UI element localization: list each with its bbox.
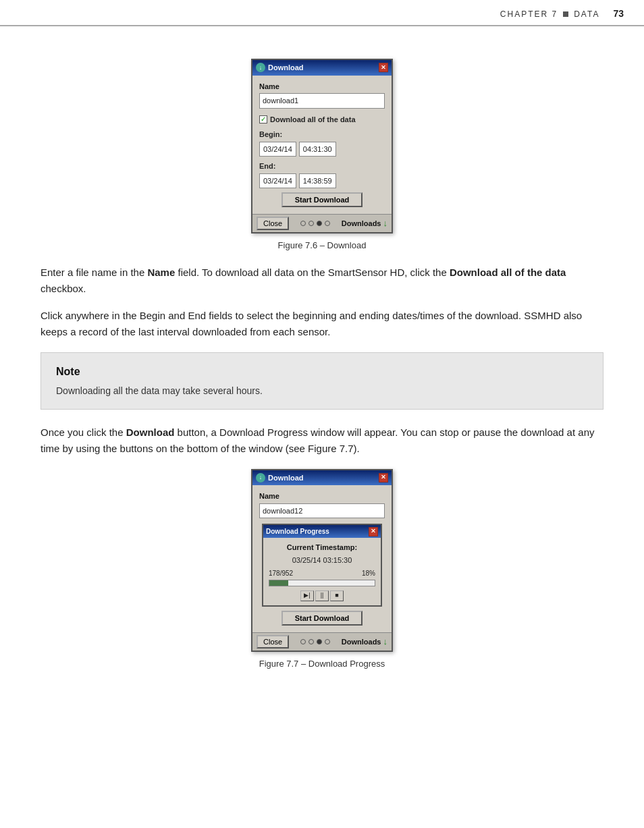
progress-inner-titlebar: Download Progress ✕ bbox=[263, 525, 381, 538]
name77-label: Name bbox=[259, 491, 385, 502]
download77-icon: ↓ bbox=[383, 635, 387, 648]
dot77-3 bbox=[317, 639, 322, 644]
title-icon: ↓ bbox=[256, 63, 265, 72]
dot3 bbox=[317, 221, 322, 226]
progress-bar-outer bbox=[269, 580, 375, 586]
dialog77-title: Download bbox=[268, 472, 304, 484]
dot77-1 bbox=[300, 639, 306, 644]
page-number: 73 bbox=[613, 7, 624, 21]
dialog76-titlebar: ↓ Download ✕ bbox=[252, 60, 392, 76]
figure76-caption: Figure 7.6 – Download bbox=[41, 239, 603, 252]
checkbox-label: Download all of the data bbox=[270, 114, 356, 126]
end-datetime-row: 03/24/14 14:38:59 bbox=[259, 173, 385, 189]
dialog76-close-x[interactable]: ✕ bbox=[379, 63, 388, 72]
dialog76-footer: Close Downloads ↓ bbox=[252, 214, 392, 232]
para3-bold: Download bbox=[126, 426, 175, 438]
progress-close-x[interactable]: ✕ bbox=[369, 527, 378, 536]
note-title: Note bbox=[56, 364, 588, 380]
dot2 bbox=[308, 221, 314, 226]
downloads-label: Downloads bbox=[342, 218, 381, 229]
begin-label: Begin: bbox=[259, 129, 385, 140]
note-text: Downloading all the data may take severa… bbox=[56, 384, 588, 398]
footer77-close-btn[interactable]: Close bbox=[257, 635, 289, 648]
stop-btn[interactable]: ■ bbox=[330, 590, 344, 601]
footer-downloads[interactable]: Downloads ↓ bbox=[342, 217, 387, 230]
footer-dots bbox=[300, 221, 330, 226]
end-label: End: bbox=[259, 161, 385, 172]
dialog77-footer: Close Downloads ↓ bbox=[252, 632, 392, 651]
end-date[interactable]: 03/24/14 bbox=[259, 173, 296, 189]
progress-pct: 18% bbox=[362, 568, 375, 578]
figure76-container: ↓ Download ✕ Name download1 ✓ Download a… bbox=[41, 59, 603, 233]
footer77-downloads[interactable]: Downloads ↓ bbox=[342, 635, 387, 648]
dialog77-titlebar: ↓ Download ✕ bbox=[252, 470, 392, 486]
chapter-text: CHAPTER 7 bbox=[500, 8, 558, 20]
name77-input[interactable]: download12 bbox=[259, 503, 385, 519]
title77-icon: ↓ bbox=[256, 473, 265, 482]
note-box: Note Downloading all the data may take s… bbox=[41, 352, 603, 410]
begin-time[interactable]: 04:31:30 bbox=[299, 142, 336, 157]
skip-btn[interactable]: ▶| bbox=[300, 590, 314, 601]
para3-pre: Once you click the bbox=[41, 426, 126, 438]
start-download77-btn[interactable]: Start Download bbox=[281, 611, 363, 626]
progress-title: Download Progress bbox=[266, 526, 329, 536]
dot4 bbox=[325, 221, 330, 226]
figure77-caption: Figure 7.7 – Download Progress bbox=[41, 657, 603, 671]
figure76-dialog: ↓ Download ✕ Name download1 ✓ Download a… bbox=[251, 59, 393, 233]
dialog77-body: Name download12 Download Progress ✕ Curr… bbox=[252, 485, 392, 632]
pause-btn[interactable]: || bbox=[315, 590, 329, 601]
progress-stats: 178/952 18% bbox=[269, 568, 375, 578]
titlebar77-left: ↓ Download bbox=[256, 472, 304, 484]
footer77-dots bbox=[300, 639, 330, 644]
dialog76-title: Download bbox=[268, 62, 304, 74]
checkbox-download-all[interactable]: ✓ bbox=[259, 115, 267, 123]
footer-close-btn[interactable]: Close bbox=[257, 217, 289, 230]
page-header: CHAPTER 7 DATA 73 bbox=[0, 0, 644, 26]
dot77-4 bbox=[325, 639, 330, 644]
dot77-2 bbox=[308, 639, 314, 644]
dot1 bbox=[300, 221, 306, 226]
section-text: DATA bbox=[574, 8, 599, 20]
page-body: ↓ Download ✕ Name download1 ✓ Download a… bbox=[0, 26, 644, 703]
dialog76-body: Name download1 ✓ Download all of the dat… bbox=[252, 76, 392, 215]
begin-datetime-row: 03/24/14 04:31:30 bbox=[259, 142, 385, 157]
paragraph2: Click anywhere in the Begin and End fiel… bbox=[41, 308, 603, 340]
progress-inner-window: Download Progress ✕ Current Timestamp: 0… bbox=[262, 524, 382, 607]
figure77-container: ↓ Download ✕ Name download12 Download Pr… bbox=[41, 469, 603, 653]
checkbox-row: ✓ Download all of the data bbox=[259, 114, 385, 126]
para1-mid: field. To download all data on the Smart… bbox=[175, 267, 450, 278]
header-divider bbox=[563, 11, 568, 17]
figure77-dialog: ↓ Download ✕ Name download12 Download Pr… bbox=[251, 469, 393, 653]
titlebar-left: ↓ Download bbox=[256, 62, 304, 74]
progress-controls: ▶| || ■ bbox=[269, 590, 375, 601]
downloads77-label: Downloads bbox=[342, 636, 381, 648]
para1-end: checkbox. bbox=[41, 283, 86, 294]
paragraph3: Once you click the Download button, a Do… bbox=[41, 424, 603, 457]
chapter-label: CHAPTER 7 DATA bbox=[500, 8, 600, 20]
name-input[interactable]: download1 bbox=[259, 93, 385, 109]
progress-current: 178/952 bbox=[269, 568, 293, 578]
begin-date[interactable]: 03/24/14 bbox=[259, 142, 296, 157]
current-ts-label: Current Timestamp: bbox=[269, 542, 375, 553]
para1-text: Enter a file name in the bbox=[41, 267, 147, 278]
progress-bar-inner bbox=[269, 580, 288, 586]
para1-bold1: Name bbox=[147, 267, 175, 278]
end-time[interactable]: 14:38:59 bbox=[299, 173, 336, 189]
current-ts-value: 03/25/14 03:15:30 bbox=[269, 555, 375, 566]
para1-bold2: Download all of the data bbox=[450, 267, 566, 278]
name-label: Name bbox=[259, 81, 385, 92]
start-download-btn[interactable]: Start Download bbox=[281, 192, 363, 207]
download-icon: ↓ bbox=[383, 217, 387, 230]
dialog77-close-x[interactable]: ✕ bbox=[379, 473, 388, 482]
paragraph1: Enter a file name in the Name field. To … bbox=[41, 265, 603, 297]
